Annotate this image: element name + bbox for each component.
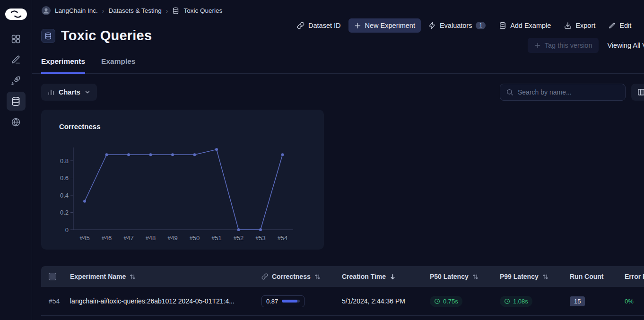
experiment-name[interactable]: langchain-ai/toxic-queries:26ab1012 2024… (70, 297, 261, 305)
breadcrumb-section[interactable]: Datasets & Testing (109, 7, 162, 14)
sidebar-item-deployments[interactable] (7, 71, 26, 90)
correctness-cell[interactable]: 0.87 (261, 295, 305, 307)
column-label: Error Rate (618, 273, 644, 280)
column-label: P50 Latency (430, 273, 469, 280)
svg-text:0.4: 0.4 (60, 192, 69, 199)
error-rate-cell: 0% (618, 298, 644, 305)
sidebar-item-datasets[interactable] (7, 92, 26, 111)
lightning-icon (428, 22, 436, 29)
clock-icon (504, 298, 510, 304)
sidebar-item-hub[interactable] (7, 112, 26, 131)
globe-icon (11, 117, 21, 127)
version-dropdown[interactable]: Viewing All Versions (605, 38, 644, 53)
dataset-id-label: Dataset ID (308, 22, 341, 29)
version-bar: Tag this version Viewing All Versions (528, 38, 644, 53)
plus-icon (534, 42, 541, 49)
sidebar-item-annotations[interactable] (7, 50, 26, 69)
svg-text:#46: #46 (102, 234, 112, 242)
share-button[interactable]: Share (639, 18, 644, 33)
svg-text:0.6: 0.6 (60, 174, 69, 182)
p50-latency-value: 0.75s (443, 298, 458, 305)
add-example-label: Add Example (510, 22, 551, 29)
breadcrumb-org[interactable]: LangChain Inc. (55, 7, 98, 14)
column-header-error-rate[interactable]: Error Rate (618, 273, 644, 280)
dataset-icon (172, 7, 179, 14)
sort-icon[interactable] (542, 274, 548, 280)
experiments-table: Experiment Name Correctness (41, 266, 644, 316)
columns-icon (637, 88, 644, 96)
page-title: Toxic Queries (61, 28, 152, 43)
tabs: Experiments Examples (41, 57, 135, 74)
svg-text:0: 0 (65, 226, 69, 234)
toolbar-right: Columns (500, 84, 644, 101)
svg-text:0.2: 0.2 (60, 209, 69, 216)
title-block: Toxic Queries (41, 28, 152, 43)
evaluators-button[interactable]: Evaluators 1 (423, 18, 491, 33)
database-icon (499, 22, 506, 29)
table-header-row: Experiment Name Correctness (41, 266, 644, 287)
sort-icon[interactable] (472, 274, 479, 280)
column-header-experiment-name[interactable]: Experiment Name (70, 273, 261, 280)
select-all-checkbox[interactable] (49, 273, 56, 280)
column-header-creation-time[interactable]: Creation Time (342, 273, 430, 280)
plus-icon (354, 22, 361, 29)
svg-text:#50: #50 (190, 234, 200, 242)
svg-text:#49: #49 (167, 234, 178, 242)
new-experiment-button[interactable]: New Experiment (348, 18, 421, 33)
bar-chart-icon (47, 88, 55, 96)
svg-text:#54: #54 (278, 234, 288, 242)
sort-icon[interactable] (314, 274, 321, 280)
page-header: LangChain Inc. › Datasets & Testing › To… (32, 0, 644, 74)
charts-dropdown-button[interactable]: Charts (41, 84, 97, 101)
evaluators-label: Evaluators (440, 22, 472, 29)
breadcrumb-separator: › (166, 7, 168, 15)
svg-text:#47: #47 (123, 234, 134, 242)
tab-examples[interactable]: Examples (101, 57, 135, 74)
column-header-run-count[interactable]: Run Count (570, 273, 618, 280)
svg-text:#48: #48 (146, 234, 156, 242)
org-avatar[interactable] (42, 6, 51, 15)
sidebar-nav (7, 29, 26, 131)
run-count-badge: 15 (570, 296, 585, 306)
grid-icon (11, 34, 21, 44)
svg-text:#45: #45 (79, 234, 90, 242)
link-icon (297, 22, 305, 29)
langsmith-logo[interactable] (5, 9, 27, 20)
pencil-icon (609, 22, 616, 29)
header-actions: Dataset ID New Experiment Evaluators 1 (291, 18, 644, 33)
column-label: Run Count (570, 273, 604, 280)
column-label: Experiment Name (70, 273, 126, 280)
p50-latency-chip: 0.75s (430, 296, 462, 307)
sort-desc-icon[interactable] (390, 274, 396, 280)
charts-dropdown-label: Charts (59, 88, 80, 96)
experiment-index: #54 (41, 297, 70, 305)
columns-button[interactable]: Columns (631, 84, 644, 101)
column-header-p50-latency[interactable]: P50 Latency (430, 273, 500, 280)
breadcrumb-page: Toxic Queries (183, 7, 222, 14)
export-button[interactable]: Export (558, 18, 601, 33)
table-row[interactable]: #54 langchain-ai/toxic-queries:26ab1012 … (41, 287, 644, 316)
new-experiment-label: New Experiment (365, 22, 415, 29)
pencil-icon (11, 55, 21, 65)
search-icon (506, 88, 513, 96)
column-header-correctness[interactable]: Correctness (261, 273, 342, 280)
edit-label: Edit (619, 22, 631, 29)
svg-text:#52: #52 (234, 234, 244, 242)
p99-latency-value: 1.08s (513, 298, 528, 305)
correctness-value: 0.87 (266, 298, 278, 305)
search-input[interactable] (518, 88, 619, 96)
sort-icon[interactable] (130, 274, 136, 280)
breadcrumb-separator: › (102, 7, 104, 15)
chevron-down-icon (84, 89, 91, 95)
link-icon (261, 273, 268, 280)
database-icon (11, 96, 21, 106)
sidebar-item-home[interactable] (7, 29, 26, 48)
dataset-id-button[interactable]: Dataset ID (291, 18, 347, 33)
add-example-button[interactable]: Add Example (493, 18, 557, 33)
tab-experiments[interactable]: Experiments (41, 57, 85, 74)
tag-version-button[interactable]: Tag this version (528, 38, 599, 53)
clock-icon (434, 298, 440, 304)
correctness-chart-card: Correctness 00.20.40.60.8#45#46#47#48#49… (41, 110, 324, 250)
column-header-p99-latency[interactable]: P99 Latency (500, 273, 570, 280)
edit-button[interactable]: Edit (603, 18, 637, 33)
